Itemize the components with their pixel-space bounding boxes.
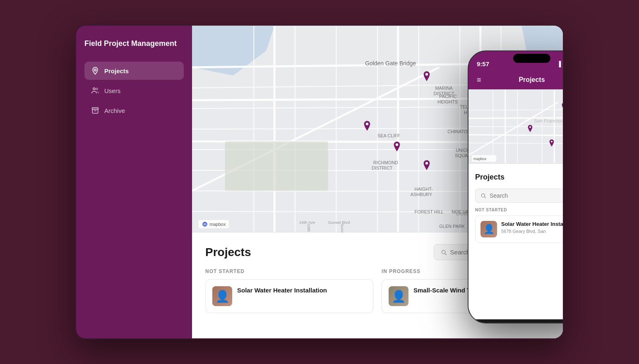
- svg-line-70: [468, 135, 564, 136]
- phone-device: 9:57 ▐▐▐ 📶 🔋 ≡ Projects: [468, 50, 564, 323]
- phone-col-label-not-started: NOT STARTED: [475, 208, 507, 212]
- nav-label-projects: Projects: [104, 67, 129, 74]
- phone-status-bar: 9:57 ▐▐▐ 📶 🔋: [468, 51, 564, 72]
- svg-text:GLEN PARK: GLEN PARK: [439, 224, 465, 229]
- project-name-solar: Solar Water Heater Installation: [237, 286, 366, 295]
- location-icon: [91, 67, 99, 75]
- projects-title: Projects: [205, 246, 251, 259]
- phone-project-info-solar: Solar Water Heater Installation 5678 Gea…: [501, 221, 564, 234]
- project-avatar-solar: 👤: [212, 286, 232, 306]
- phone-col-labels: NOT STARTED IN PRO...: [475, 208, 564, 212]
- svg-point-56: [425, 162, 428, 164]
- phone-avatar-icon: 👤: [480, 221, 497, 237]
- sidebar-item-archive[interactable]: Archive: [84, 101, 184, 120]
- phone-projects-section: Projects + NOT STARTED: [468, 164, 564, 319]
- hamburger-icon[interactable]: ≡: [477, 76, 481, 84]
- svg-point-0: [94, 69, 96, 71]
- phone-map-pin-2: [527, 125, 533, 135]
- svg-text:MARINA: MARINA: [435, 86, 453, 91]
- col-not-started: NOT STARTED 👤 Solar Water Heater Install…: [205, 268, 373, 313]
- phone-body: San Francisco mapbox ℹ: [468, 89, 564, 319]
- svg-point-2: [96, 88, 98, 90]
- svg-text:Sunset Blvd: Sunset Blvd: [340, 224, 345, 232]
- phone-header-title: Projects: [519, 76, 545, 84]
- phone-search-input[interactable]: [490, 192, 564, 199]
- avatar-person-icon: 👤: [212, 286, 232, 306]
- map-pin-4: [422, 160, 431, 173]
- svg-text:Golden Gate Bridge: Golden Gate Bridge: [365, 60, 416, 67]
- phone-search-icon: [480, 193, 486, 199]
- phone-projects-title: Projects: [475, 173, 504, 182]
- phone-header: ≡ Projects: [468, 72, 564, 89]
- phone-project-avatar-solar: 👤: [480, 221, 497, 237]
- svg-text:Sunset Blvd: Sunset Blvd: [328, 220, 350, 225]
- nav-label-archive: Archive: [104, 107, 125, 114]
- svg-rect-4: [92, 109, 98, 113]
- phone-map: San Francisco mapbox ℹ: [468, 89, 564, 164]
- svg-text:SEA CLIFF: SEA CLIFF: [377, 133, 400, 138]
- nav-label-users: Users: [104, 87, 120, 94]
- svg-text:FOREST HILL: FOREST HILL: [415, 209, 444, 214]
- map-pin-3: [392, 141, 401, 155]
- phone-search-bar[interactable]: [475, 189, 564, 203]
- sidebar-item-users[interactable]: Users: [84, 81, 184, 100]
- mapbox-watermark: m mapbox: [199, 220, 229, 228]
- map-pin-2: [363, 121, 372, 134]
- phone-time: 9:57: [477, 60, 489, 67]
- map-pin-1: [422, 71, 431, 84]
- status-icons: ▐▐▐ 📶 🔋: [557, 61, 564, 67]
- project-avatar-wind: 👤: [389, 286, 408, 306]
- users-icon: [91, 86, 99, 95]
- phone-project-card-solar[interactable]: 👤 Solar Water Heater Installation 5678 G…: [475, 216, 564, 243]
- svg-text:San Francisco: San Francisco: [534, 118, 564, 124]
- svg-point-80: [529, 127, 531, 128]
- project-info-solar: Solar Water Heater Installation: [237, 286, 366, 295]
- archive-icon: [91, 106, 99, 115]
- phone-project-addr-solar: 5678 Geary Blvd, San: [501, 229, 564, 234]
- tablet-device: Field Project Management Projects: [75, 25, 564, 339]
- svg-line-60: [445, 253, 446, 254]
- phone-map-pin-1: [561, 103, 564, 113]
- sidebar-item-projects[interactable]: Projects: [84, 62, 184, 80]
- svg-point-54: [366, 122, 368, 125]
- svg-text:HAIGHT-: HAIGHT-: [415, 187, 433, 192]
- svg-text:DISTRICT: DISTRICT: [433, 91, 454, 96]
- mapbox-label: mapbox: [209, 222, 226, 227]
- svg-rect-28: [225, 141, 328, 191]
- svg-text:19th Ave: 19th Ave: [307, 224, 311, 232]
- dynamic-island: [513, 54, 550, 63]
- search-icon: [441, 249, 447, 256]
- project-card-solar[interactable]: 👤 Solar Water Heater Installation: [205, 279, 373, 313]
- svg-point-55: [396, 143, 398, 146]
- phone-project-name-solar: Solar Water Heater Installation: [501, 221, 564, 228]
- app-title: Field Project Management: [84, 39, 184, 48]
- svg-line-83: [485, 197, 486, 198]
- svg-text:HEIGHTS: HEIGHTS: [437, 99, 458, 104]
- svg-point-81: [551, 141, 553, 142]
- svg-text:ASHBURY: ASHBURY: [411, 192, 432, 197]
- signal-icon: ▐▐▐: [557, 61, 564, 67]
- svg-point-79: [563, 104, 564, 106]
- col-label-not-started: NOT STARTED: [205, 268, 373, 274]
- sidebar: Field Project Management Projects: [76, 26, 192, 338]
- phone-map-pin-3: [548, 139, 555, 149]
- svg-point-53: [425, 73, 428, 75]
- svg-text:m: m: [204, 223, 207, 226]
- svg-text:DISTRICT: DISTRICT: [372, 165, 393, 170]
- svg-text:RICHMOND: RICHMOND: [373, 160, 398, 165]
- svg-point-1: [93, 88, 95, 90]
- svg-text:mapbox: mapbox: [473, 157, 487, 161]
- avatar-person-wind-icon: 👤: [389, 286, 408, 306]
- phone-projects-header: Projects +: [475, 170, 564, 184]
